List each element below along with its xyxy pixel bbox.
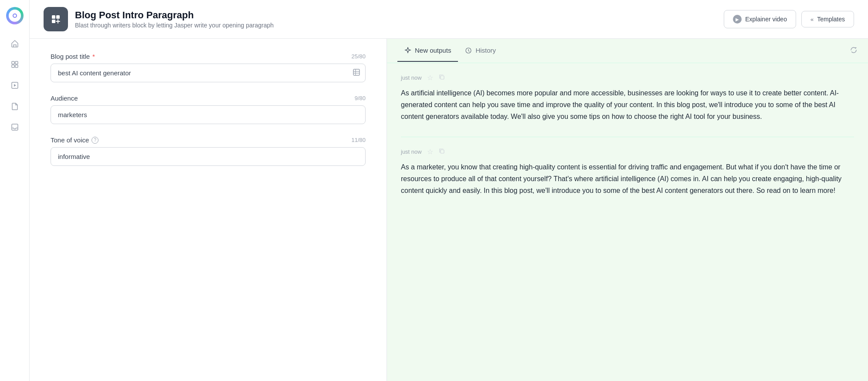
output-tabs: New outputs History <box>387 39 868 63</box>
svg-rect-9 <box>56 15 60 19</box>
audience-label: Audience <box>51 94 78 102</box>
home-icon[interactable] <box>6 35 24 52</box>
blog-title-counter: 25/80 <box>351 53 366 60</box>
form-panel: Blog post title * 25/80 Audience 9/80 <box>30 39 387 381</box>
tone-info-icon[interactable]: ? <box>92 137 98 144</box>
blog-title-group: Blog post title * 25/80 <box>51 53 366 82</box>
blog-title-input[interactable] <box>51 64 366 82</box>
audience-counter: 9/80 <box>355 95 366 101</box>
page-subtitle: Blast through writers block by letting J… <box>75 22 274 29</box>
audience-input[interactable] <box>51 105 366 124</box>
play-circle-icon: ▶ <box>733 15 742 24</box>
blog-title-label-text: Blog post title <box>51 53 90 60</box>
tone-input[interactable] <box>51 147 366 166</box>
history-tab-label: History <box>475 47 496 54</box>
sidebar <box>0 0 30 381</box>
audience-label-row: Audience 9/80 <box>51 94 366 102</box>
content-area: Blog post title * 25/80 Audience 9/80 <box>30 39 868 381</box>
svg-rect-7 <box>12 124 18 130</box>
svg-rect-16 <box>441 76 444 79</box>
sparkle-icon <box>404 47 411 54</box>
templates-button-label: Templates <box>817 16 845 23</box>
svg-rect-11 <box>353 69 359 75</box>
page-header: Blog Post Intro Paragraph Blast through … <box>30 0 868 39</box>
output-content: just now ☆ As artificial intelligence (A… <box>387 63 868 381</box>
blog-title-input-wrapper <box>51 64 366 82</box>
main-content: Blog Post Intro Paragraph Blast through … <box>30 0 868 381</box>
output-card-1: just now ☆ As artificial intelligence (A… <box>401 74 854 123</box>
output-meta-1: just now ☆ <box>401 74 854 82</box>
grid-icon[interactable] <box>6 56 24 73</box>
tone-label-text: Tone of voice <box>51 136 89 144</box>
explainer-button-label: Explainer video <box>745 16 787 23</box>
new-outputs-tab-label: New outputs <box>415 47 451 54</box>
header-left: Blog Post Intro Paragraph Blast through … <box>44 7 274 31</box>
svg-rect-4 <box>12 65 14 67</box>
svg-rect-8 <box>52 15 55 19</box>
output-meta-2: just now ☆ <box>401 148 854 156</box>
star-icon-1[interactable]: ☆ <box>427 74 433 82</box>
header-text: Blog Post Intro Paragraph Blast through … <box>75 10 274 29</box>
clock-icon <box>465 47 472 54</box>
table-icon <box>353 68 360 78</box>
svg-rect-17 <box>441 150 444 153</box>
app-logo[interactable] <box>6 7 24 24</box>
output-card-2: just now ☆ As a marketer, you know that … <box>401 148 854 197</box>
tone-label-row: Tone of voice ? 11/80 <box>51 136 366 144</box>
inbox-icon[interactable] <box>6 118 24 136</box>
svg-rect-2 <box>12 61 14 64</box>
audience-group: Audience 9/80 <box>51 94 366 124</box>
document-icon[interactable] <box>6 98 24 115</box>
header-actions: ▶ Explainer video « Templates <box>724 10 854 28</box>
blog-title-required: * <box>92 53 95 60</box>
tone-label: Tone of voice ? <box>51 136 98 144</box>
chevron-left-left-icon: « <box>810 16 814 23</box>
explainer-video-button[interactable]: ▶ Explainer video <box>724 10 796 28</box>
svg-rect-3 <box>15 61 18 64</box>
output-divider <box>401 137 854 137</box>
svg-rect-5 <box>15 65 18 67</box>
blog-title-label-row: Blog post title * 25/80 <box>51 53 366 60</box>
output-text-1: As artificial intelligence (AI) becomes … <box>401 87 854 123</box>
output-text-2: As a marketer, you know that creating hi… <box>401 161 854 197</box>
tone-group: Tone of voice ? 11/80 <box>51 136 366 166</box>
tone-counter: 11/80 <box>351 137 366 143</box>
templates-button[interactable]: « Templates <box>801 11 854 27</box>
star-icon-2[interactable]: ☆ <box>427 148 433 156</box>
copy-icon-1[interactable] <box>438 74 445 82</box>
template-icon-box <box>44 7 68 31</box>
page-title: Blog Post Intro Paragraph <box>75 10 274 21</box>
svg-rect-10 <box>52 20 55 23</box>
svg-point-1 <box>14 14 16 17</box>
tab-new-outputs[interactable]: New outputs <box>397 40 458 62</box>
output-panel: New outputs History just now ☆ <box>387 39 868 381</box>
output-time-1: just now <box>401 74 422 81</box>
copy-icon-2[interactable] <box>438 148 445 156</box>
refresh-button[interactable] <box>850 46 858 56</box>
blog-title-label: Blog post title * <box>51 53 95 60</box>
play-icon[interactable] <box>6 77 24 94</box>
tab-history[interactable]: History <box>458 40 503 62</box>
output-time-2: just now <box>401 148 422 155</box>
